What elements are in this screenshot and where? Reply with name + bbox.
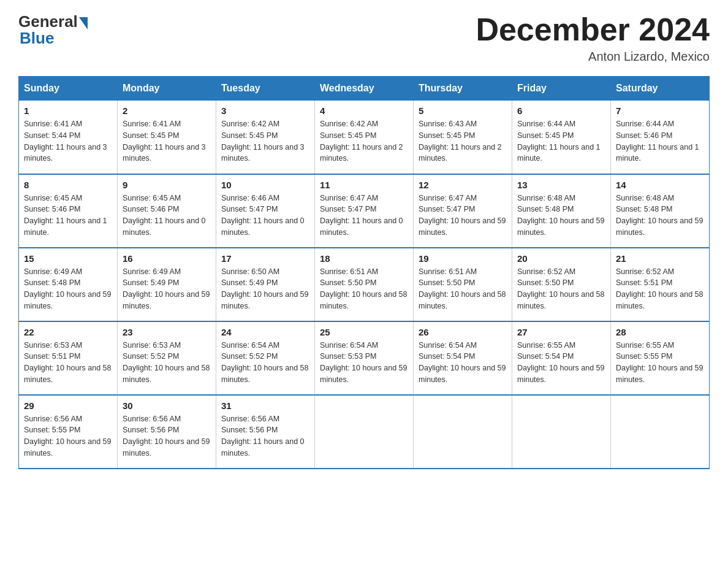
calendar-day-cell: 14Sunrise: 6:48 AMSunset: 5:48 PMDayligh… xyxy=(611,174,710,248)
day-info: Sunrise: 6:44 AMSunset: 5:45 PMDaylight:… xyxy=(517,118,605,164)
calendar-day-cell: 30Sunrise: 6:56 AMSunset: 5:56 PMDayligh… xyxy=(118,395,216,469)
calendar-day-cell xyxy=(414,395,512,469)
calendar-day-cell: 29Sunrise: 6:56 AMSunset: 5:55 PMDayligh… xyxy=(19,395,118,469)
day-info: Sunrise: 6:49 AMSunset: 5:49 PMDaylight:… xyxy=(123,266,211,312)
calendar-day-cell: 4Sunrise: 6:42 AMSunset: 5:45 PMDaylight… xyxy=(315,101,414,174)
calendar-day-cell xyxy=(611,395,710,469)
calendar-day-cell xyxy=(512,395,611,469)
day-number: 8 xyxy=(24,180,112,190)
day-number: 19 xyxy=(419,253,507,264)
calendar-day-cell: 8Sunrise: 6:45 AMSunset: 5:46 PMDaylight… xyxy=(19,174,118,248)
day-number: 13 xyxy=(517,180,605,190)
day-number: 1 xyxy=(24,105,112,116)
day-info: Sunrise: 6:45 AMSunset: 5:46 PMDaylight:… xyxy=(123,193,211,239)
day-number: 11 xyxy=(320,180,408,190)
day-number: 24 xyxy=(221,327,309,337)
calendar-day-cell: 17Sunrise: 6:50 AMSunset: 5:49 PMDayligh… xyxy=(216,248,315,321)
day-info: Sunrise: 6:46 AMSunset: 5:47 PMDaylight:… xyxy=(221,193,309,239)
logo-triangle-icon xyxy=(79,17,88,29)
day-info: Sunrise: 6:49 AMSunset: 5:48 PMDaylight:… xyxy=(24,266,112,312)
day-info: Sunrise: 6:54 AMSunset: 5:52 PMDaylight:… xyxy=(221,340,309,386)
weekday-header-tuesday: Tuesday xyxy=(216,77,315,101)
calendar-day-cell: 26Sunrise: 6:54 AMSunset: 5:54 PMDayligh… xyxy=(414,321,512,395)
weekday-header-row: SundayMondayTuesdayWednesdayThursdayFrid… xyxy=(19,77,710,101)
page-header: General Blue December 2024 Anton Lizardo… xyxy=(18,12,710,64)
day-number: 22 xyxy=(24,327,112,337)
day-number: 26 xyxy=(419,327,507,337)
calendar-day-cell: 9Sunrise: 6:45 AMSunset: 5:46 PMDaylight… xyxy=(118,174,216,248)
day-info: Sunrise: 6:54 AMSunset: 5:54 PMDaylight:… xyxy=(419,340,507,386)
calendar-day-cell: 21Sunrise: 6:52 AMSunset: 5:51 PMDayligh… xyxy=(611,248,710,321)
day-info: Sunrise: 6:56 AMSunset: 5:55 PMDaylight:… xyxy=(24,413,112,459)
day-info: Sunrise: 6:42 AMSunset: 5:45 PMDaylight:… xyxy=(221,118,309,164)
day-number: 9 xyxy=(123,180,211,190)
day-number: 3 xyxy=(221,105,309,116)
day-info: Sunrise: 6:55 AMSunset: 5:54 PMDaylight:… xyxy=(517,340,605,386)
day-number: 15 xyxy=(24,253,112,264)
day-number: 4 xyxy=(320,105,408,116)
calendar-day-cell: 7Sunrise: 6:44 AMSunset: 5:46 PMDaylight… xyxy=(611,101,710,174)
calendar-day-cell: 19Sunrise: 6:51 AMSunset: 5:50 PMDayligh… xyxy=(414,248,512,321)
day-info: Sunrise: 6:56 AMSunset: 5:56 PMDaylight:… xyxy=(221,413,309,459)
calendar-day-cell: 12Sunrise: 6:47 AMSunset: 5:47 PMDayligh… xyxy=(414,174,512,248)
day-number: 2 xyxy=(123,105,211,116)
day-number: 21 xyxy=(616,253,704,264)
calendar-week-row: 29Sunrise: 6:56 AMSunset: 5:55 PMDayligh… xyxy=(19,395,710,469)
day-number: 18 xyxy=(320,253,408,264)
day-number: 7 xyxy=(616,105,704,116)
day-number: 25 xyxy=(320,327,408,337)
day-info: Sunrise: 6:41 AMSunset: 5:44 PMDaylight:… xyxy=(24,118,112,164)
calendar-day-cell: 25Sunrise: 6:54 AMSunset: 5:53 PMDayligh… xyxy=(315,321,414,395)
day-number: 23 xyxy=(123,327,211,337)
calendar-day-cell: 2Sunrise: 6:41 AMSunset: 5:45 PMDaylight… xyxy=(118,101,216,174)
calendar-table: SundayMondayTuesdayWednesdayThursdayFrid… xyxy=(18,76,710,469)
weekday-header-friday: Friday xyxy=(512,77,611,101)
day-info: Sunrise: 6:52 AMSunset: 5:51 PMDaylight:… xyxy=(616,266,704,312)
calendar-day-cell: 10Sunrise: 6:46 AMSunset: 5:47 PMDayligh… xyxy=(216,174,315,248)
calendar-week-row: 15Sunrise: 6:49 AMSunset: 5:48 PMDayligh… xyxy=(19,248,710,321)
calendar-day-cell: 15Sunrise: 6:49 AMSunset: 5:48 PMDayligh… xyxy=(19,248,118,321)
calendar-day-cell: 6Sunrise: 6:44 AMSunset: 5:45 PMDaylight… xyxy=(512,101,611,174)
day-info: Sunrise: 6:44 AMSunset: 5:46 PMDaylight:… xyxy=(616,118,704,164)
day-number: 5 xyxy=(419,105,507,116)
calendar-day-cell: 31Sunrise: 6:56 AMSunset: 5:56 PMDayligh… xyxy=(216,395,315,469)
calendar-day-cell: 24Sunrise: 6:54 AMSunset: 5:52 PMDayligh… xyxy=(216,321,315,395)
calendar-day-cell xyxy=(315,395,414,469)
calendar-day-cell: 11Sunrise: 6:47 AMSunset: 5:47 PMDayligh… xyxy=(315,174,414,248)
day-info: Sunrise: 6:47 AMSunset: 5:47 PMDaylight:… xyxy=(419,193,507,239)
weekday-header-thursday: Thursday xyxy=(414,77,512,101)
calendar-day-cell: 22Sunrise: 6:53 AMSunset: 5:51 PMDayligh… xyxy=(19,321,118,395)
calendar-day-cell: 27Sunrise: 6:55 AMSunset: 5:54 PMDayligh… xyxy=(512,321,611,395)
day-info: Sunrise: 6:52 AMSunset: 5:50 PMDaylight:… xyxy=(517,266,605,312)
calendar-day-cell: 13Sunrise: 6:48 AMSunset: 5:48 PMDayligh… xyxy=(512,174,611,248)
day-info: Sunrise: 6:54 AMSunset: 5:53 PMDaylight:… xyxy=(320,340,408,386)
calendar-day-cell: 20Sunrise: 6:52 AMSunset: 5:50 PMDayligh… xyxy=(512,248,611,321)
day-info: Sunrise: 6:53 AMSunset: 5:51 PMDaylight:… xyxy=(24,340,112,386)
calendar-day-cell: 18Sunrise: 6:51 AMSunset: 5:50 PMDayligh… xyxy=(315,248,414,321)
calendar-week-row: 1Sunrise: 6:41 AMSunset: 5:44 PMDaylight… xyxy=(19,101,710,174)
day-info: Sunrise: 6:53 AMSunset: 5:52 PMDaylight:… xyxy=(123,340,211,386)
day-number: 31 xyxy=(221,400,309,411)
calendar-day-cell: 1Sunrise: 6:41 AMSunset: 5:44 PMDaylight… xyxy=(19,101,118,174)
day-info: Sunrise: 6:42 AMSunset: 5:45 PMDaylight:… xyxy=(320,118,408,164)
title-section: December 2024 Anton Lizardo, Mexico xyxy=(476,12,710,64)
day-info: Sunrise: 6:51 AMSunset: 5:50 PMDaylight:… xyxy=(419,266,507,312)
day-number: 16 xyxy=(123,253,211,264)
day-info: Sunrise: 6:41 AMSunset: 5:45 PMDaylight:… xyxy=(123,118,211,164)
day-number: 29 xyxy=(24,400,112,411)
calendar-week-row: 22Sunrise: 6:53 AMSunset: 5:51 PMDayligh… xyxy=(19,321,710,395)
day-info: Sunrise: 6:55 AMSunset: 5:55 PMDaylight:… xyxy=(616,340,704,386)
day-number: 10 xyxy=(221,180,309,190)
day-info: Sunrise: 6:47 AMSunset: 5:47 PMDaylight:… xyxy=(320,193,408,239)
day-number: 17 xyxy=(221,253,309,264)
calendar-week-row: 8Sunrise: 6:45 AMSunset: 5:46 PMDaylight… xyxy=(19,174,710,248)
day-number: 20 xyxy=(517,253,605,264)
day-number: 30 xyxy=(123,400,211,411)
weekday-header-wednesday: Wednesday xyxy=(315,77,414,101)
location-label: Anton Lizardo, Mexico xyxy=(476,50,710,64)
day-info: Sunrise: 6:45 AMSunset: 5:46 PMDaylight:… xyxy=(24,193,112,239)
day-number: 27 xyxy=(517,327,605,337)
month-title: December 2024 xyxy=(476,12,710,47)
day-number: 28 xyxy=(616,327,704,337)
day-number: 6 xyxy=(517,105,605,116)
